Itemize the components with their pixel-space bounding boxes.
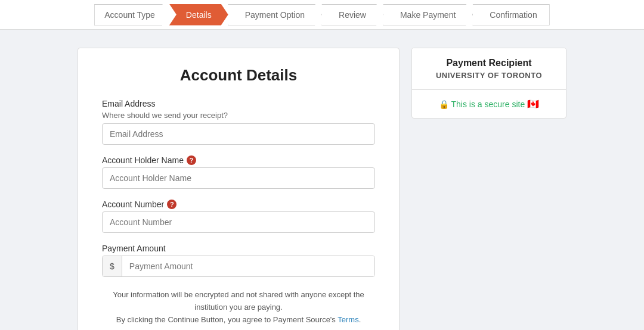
account-number-label: Account Number ? (102, 200, 375, 209)
lock-icon: 🔒 (439, 99, 449, 109)
payment-amount-input[interactable] (122, 256, 374, 276)
step-account-type-label: Account Type (104, 10, 155, 20)
form-card: Account Details Email Address Where shou… (78, 48, 400, 330)
step-details-label: Details (186, 10, 212, 20)
step-details[interactable]: Details (169, 4, 228, 26)
account-holder-name-help-icon[interactable]: ? (187, 155, 196, 165)
payment-amount-group: Payment Amount $ (102, 244, 375, 277)
sidebar-title: Payment Recipient (422, 58, 556, 69)
payment-amount-input-group: $ (102, 256, 375, 277)
step-payment-option[interactable]: Payment Option (228, 4, 322, 26)
account-holder-name-input[interactable] (102, 167, 375, 189)
email-group: Email Address Where should we send your … (102, 99, 375, 145)
secure-text: This is a secure site (451, 99, 525, 109)
sidebar-header: Payment Recipient UNIVERSITY OF TORONTO (412, 48, 566, 90)
account-number-group: Account Number ? (102, 200, 375, 233)
disclaimer-text: Your information will be encrypted and n… (113, 290, 364, 312)
email-input[interactable] (102, 123, 375, 145)
step-review[interactable]: Review (321, 4, 383, 26)
email-label: Email Address (102, 99, 375, 108)
step-confirmation[interactable]: Confirmation (472, 4, 549, 26)
step-make-payment[interactable]: Make Payment (383, 4, 473, 26)
step-confirmation-label: Confirmation (490, 10, 537, 20)
main-content: Account Details Email Address Where shou… (0, 36, 644, 330)
progress-bar: Account Type Details Payment Option Revi… (0, 0, 644, 30)
email-sublabel: Where should we send your receipt? (102, 111, 375, 120)
account-holder-name-label: Account Holder Name ? (102, 155, 375, 165)
step-make-payment-label: Make Payment (400, 10, 456, 20)
sidebar-secure: 🔒 This is a secure site 🇨🇦 (412, 90, 566, 118)
sidebar: Payment Recipient UNIVERSITY OF TORONTO … (411, 48, 566, 330)
payment-amount-label: Payment Amount (102, 244, 375, 253)
currency-prefix: $ (103, 256, 122, 276)
form-title: Account Details (102, 66, 375, 85)
account-number-help-icon[interactable]: ? (167, 200, 177, 209)
step-account-type[interactable]: Account Type (94, 4, 169, 26)
disclaimer-text2: By clicking the Continue Button, you agr… (116, 315, 336, 324)
disclaimer: Your information will be encrypted and n… (102, 289, 375, 326)
step-list: Account Type Details Payment Option Revi… (94, 4, 549, 26)
step-payment-option-label: Payment Option (245, 10, 305, 20)
disclaimer-text3: . (359, 315, 361, 324)
canada-flag-icon: 🇨🇦 (527, 98, 539, 110)
account-number-input[interactable] (102, 211, 375, 233)
sidebar-recipient: UNIVERSITY OF TORONTO (422, 71, 556, 80)
step-review-label: Review (339, 10, 366, 20)
terms-link[interactable]: Terms (338, 315, 358, 324)
sidebar-card: Payment Recipient UNIVERSITY OF TORONTO … (411, 48, 566, 119)
account-holder-name-group: Account Holder Name ? (102, 155, 375, 189)
